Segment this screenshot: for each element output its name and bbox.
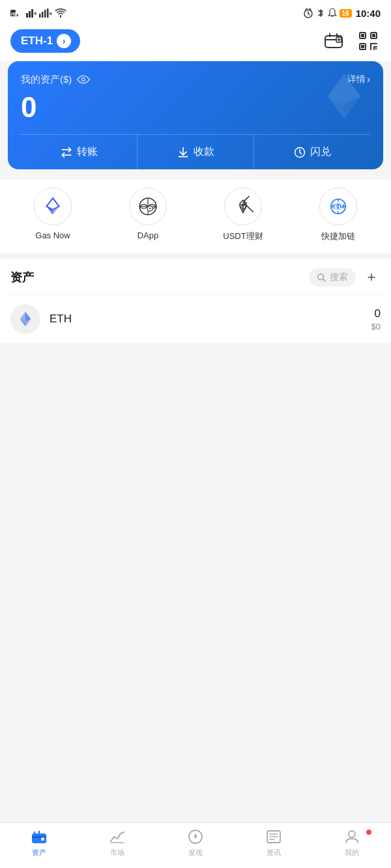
add-asset-button[interactable]: +: [362, 268, 381, 287]
svg-rect-7: [39, 14, 41, 18]
svg-rect-3: [26, 13, 28, 18]
nav-item-news[interactable]: 资讯: [235, 828, 313, 858]
nav-profile-label: 我的: [345, 848, 359, 858]
chain-label: 快捷加链: [321, 231, 355, 242]
quick-item-chain[interactable]: EVM 快捷加链: [291, 188, 386, 242]
flash-label: 闪兑: [310, 145, 331, 159]
svg-text:₂: ₂: [16, 12, 19, 18]
news-nav-icon: [265, 828, 282, 845]
status-right: 16 10:40: [303, 8, 381, 19]
quick-item-dapp[interactable]: DApp: [100, 188, 195, 242]
nav-assets-label: 资产: [32, 848, 46, 858]
gas-now-label: Gas Now: [35, 231, 70, 240]
status-bar: HD ₂ 4G 46: [0, 0, 391, 23]
assets-title: 资产: [10, 270, 34, 285]
svg-point-71: [349, 831, 355, 837]
wallet-add-icon: [325, 32, 344, 50]
svg-point-66: [194, 835, 197, 838]
hd-icon: HD ₂: [10, 8, 23, 18]
status-left: HD ₂ 4G 46: [10, 8, 66, 18]
asset-label-text: 我的资产($): [21, 74, 72, 86]
transfer-button[interactable]: 转账: [21, 135, 137, 169]
account-selector[interactable]: ETH-1 ›: [10, 29, 80, 53]
time-display: 10:40: [356, 8, 381, 19]
add-wallet-button[interactable]: [322, 29, 347, 53]
flash-button[interactable]: 闪兑: [253, 135, 370, 169]
eth-name: ETH: [50, 313, 371, 326]
bottom-nav: 资产 市场 发现: [0, 822, 391, 868]
svg-rect-26: [372, 34, 375, 37]
header-icons: [322, 29, 381, 53]
flash-icon: [293, 146, 306, 159]
search-placeholder: 搜索: [330, 272, 348, 283]
svg-text:46: 46: [49, 12, 52, 16]
quick-access: Gas Now DApp ◇: [0, 180, 391, 253]
svg-text:4G: 4G: [34, 11, 36, 16]
search-bar[interactable]: 搜索: [309, 268, 356, 287]
usdt-icon: ◇: [233, 196, 253, 217]
eth-logo-icon: [16, 310, 35, 328]
eth-logo: [10, 304, 40, 334]
bluetooth-icon: [316, 8, 325, 18]
svg-line-14: [308, 14, 310, 15]
nav-market-label: 市场: [110, 848, 124, 858]
signal-icon: 4G: [26, 8, 36, 18]
eth-amounts: 0 $0: [371, 307, 381, 331]
transfer-label: 转账: [77, 145, 98, 159]
assets-header: 资产 搜索 +: [10, 259, 381, 294]
search-icon: [317, 273, 326, 282]
nav-item-discover[interactable]: 发现: [156, 828, 235, 858]
bell-icon: [328, 8, 337, 18]
svg-rect-60: [41, 837, 44, 841]
receive-label: 收款: [194, 145, 214, 159]
chevron-right-icon: ›: [57, 34, 71, 48]
chain-icon-container: EVM: [319, 188, 357, 225]
nav-news-label: 资讯: [267, 848, 281, 858]
app-header: ETH-1 ›: [0, 23, 391, 61]
nav-news-icon: [265, 828, 282, 845]
quick-item-gas-now[interactable]: Gas Now: [5, 188, 100, 242]
transfer-icon: [60, 146, 73, 159]
svg-rect-9: [44, 10, 46, 18]
signal2-icon: 46: [39, 8, 52, 18]
add-label: +: [368, 269, 376, 286]
nav-assets-icon: [31, 828, 48, 845]
wallet-nav-icon: [31, 828, 48, 845]
asset-card: 我的资产($) 详情 › 0 转账: [8, 61, 383, 169]
svg-rect-8: [42, 12, 44, 18]
dapp-icon: [138, 196, 158, 217]
nav-discover-icon: [187, 828, 204, 845]
nav-item-market[interactable]: 市场: [78, 828, 156, 858]
detail-chevron: ›: [367, 74, 370, 85]
alarm-icon: [303, 8, 313, 18]
gas-now-icon: [42, 196, 63, 217]
assets-controls: 搜索 +: [309, 268, 381, 287]
nav-item-profile[interactable]: 我的: [313, 828, 391, 858]
dapp-label: DApp: [138, 231, 159, 240]
eth-asset-row[interactable]: ETH 0 $0: [10, 294, 381, 343]
svg-rect-5: [31, 9, 33, 18]
profile-badge: [366, 830, 371, 835]
svg-marker-57: [20, 312, 25, 322]
eth-amount: 0: [371, 307, 381, 320]
nav-discover-label: 发现: [188, 848, 203, 858]
dapp-icon-container: [129, 188, 167, 225]
wifi-icon: [55, 8, 66, 18]
quick-item-usdt[interactable]: ◇ USDT理财: [195, 188, 291, 242]
battery-level: 16: [340, 9, 352, 18]
receive-button[interactable]: 收款: [137, 135, 253, 169]
eye-icon[interactable]: [77, 73, 90, 86]
usdt-icon-container: ◇: [224, 188, 262, 225]
scan-button[interactable]: [356, 29, 381, 53]
action-row: 转账 收款 闪兑: [21, 134, 370, 169]
nav-item-assets[interactable]: 资产: [0, 828, 78, 858]
eth-usd: $0: [371, 322, 381, 331]
svg-rect-4: [29, 11, 31, 18]
svg-rect-24: [361, 34, 364, 37]
gas-now-icon-container: [34, 188, 72, 225]
detail-link[interactable]: 详情 ›: [347, 74, 370, 85]
nav-profile-icon: [343, 828, 360, 845]
asset-label: 我的资产($): [21, 73, 90, 86]
usdt-label: USDT理财: [223, 231, 263, 242]
svg-line-53: [323, 279, 326, 282]
